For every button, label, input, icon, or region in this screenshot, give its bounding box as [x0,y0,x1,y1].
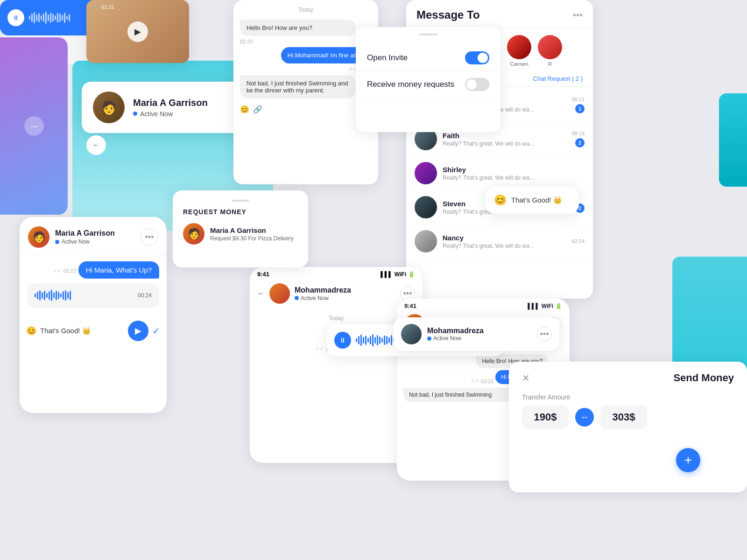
badge-marcia: 1 [575,104,585,113]
send-button[interactable]: ▶ [128,321,148,341]
moh-header-card: Mohammadreza Active Now ••• [394,317,559,351]
receive-money-row: Receive money requests [356,71,500,98]
audio-wave [35,289,133,302]
contact-avatar-5[interactable] [538,35,562,59]
emoji-btn[interactable]: 😊 [240,105,249,114]
battery-2: 🔋 [555,303,562,309]
msg-name-faith: Faith [443,132,566,140]
open-invite-toggle[interactable] [465,51,489,64]
contact-info: Maria A Garrison Active Now [133,98,226,118]
emoji-icon: 😊 [26,326,36,336]
receive-money-toggle[interactable] [465,78,489,91]
contact-with-name-r[interactable]: R [538,35,562,67]
msg-info-nancy: Nancy Really? That's great. We will do w… [443,234,566,249]
mobile-more-btn[interactable]: ••• [141,228,158,246]
transfer-arrow: ↔ [575,408,594,427]
emoji-face: 😊 [494,194,507,206]
blob-left: → [0,37,68,215]
moh-name: Mohammadreza [427,327,484,335]
check-icon: ✓ [152,325,160,336]
chat-row-sent: ✓✓ 02:22 Hi Maria, What's Up? [27,261,159,279]
video-message-card: ✓✓ 02:31 ▶ [86,0,189,63]
more-options[interactable]: ••• [573,10,583,21]
close-button[interactable]: ✕ [522,372,530,384]
date-label: Today [233,0,378,17]
back-arrow-3[interactable]: ← [257,289,265,298]
request-avatar: 🧑 [183,223,204,245]
sent-bubble: Hi Maria, What's Up? [78,261,159,279]
mobile-chat-info: Maria A Garrison Active Now [55,229,135,245]
mobile-chat-card: 🧑 Maria A Garrison Active Now ••• ✓✓ 02:… [20,217,167,413]
contact-name-carmen: Carmen [510,61,528,67]
msg-preview-faith: Really? That's great. We will do watch..… [443,140,536,147]
msg-avatar-shirley [415,162,437,184]
audio-message-row: 00:24 [27,283,159,308]
request-title: REQUEST MONEY [183,208,298,216]
msg-list-item-nancy[interactable]: Nancy Really? That's great. We will do w… [406,224,593,259]
pause-btn-2[interactable]: ⏸ [334,332,351,349]
mobile-chat-avatar: 🧑 [28,226,49,248]
moh-more-btn[interactable]: ••• [537,327,552,342]
received-bubble-2: Not bad, I just finished Swimming and ke… [240,75,356,98]
that-good-row: 😊 That's Good! 👑 ▶ ✓ [20,317,167,345]
moh-avatar [401,324,422,344]
that-good-text: That's Good! 👑 [40,327,124,335]
open-invite-row: Open Invite [356,45,500,71]
request-detail: Request $9.30 For Pizza Delivery [210,235,294,242]
message-to-header: Message To ••• [406,0,593,28]
amount-to[interactable]: 303$ [600,406,647,429]
msg-time-nancy: 02:54 [571,238,585,244]
msg-info-shirley: Shirley Really? That's great. We will do… [443,166,579,181]
msg-preview-nancy: Really? That's great. We will do watch..… [443,243,536,249]
drag-handle [419,34,437,35]
contact-status: Active Now [133,110,226,118]
mobile-chat-name: Maria A Garrison [55,229,135,238]
fab-add-button[interactable]: + [676,448,700,472]
msg-name-nancy: Nancy [443,234,566,242]
m3-avatar [269,283,290,304]
contact-avatar-4[interactable] [507,35,531,59]
m3-info: Mohammadreza Active Now [295,286,395,301]
status-dot [133,112,137,116]
contact-avatar: 🧑 [93,91,125,123]
video-time: ✓✓ 02:31 [91,4,114,10]
received-bubble-1: Hello Bro! How are you? [240,20,356,36]
contact-name: Maria A Garrison [133,98,226,108]
settings-card: Open Invite Receive money requests [356,27,500,132]
m2-time-2: 02:22 [481,378,494,384]
signal-icon: ▌▌▌ [381,271,393,278]
contact-name-r: R [548,61,552,67]
wifi-icon: WiFi [395,271,406,278]
msg-time-faith: 08:19 [571,131,585,136]
mobile-chat-header: 🧑 Maria A Garrison Active Now ••• [20,217,167,255]
msg-list-item-shirley[interactable]: Shirley Really? That's great. We will do… [406,156,593,190]
msg-name-shirley: Shirley [443,166,579,174]
m3-status: Active Now [295,295,395,301]
emoji-popup: 😊 That's Good! 👑 [486,187,579,214]
msg-time-2: ✓✓ 02:22 [233,66,372,72]
msg-avatar-steven [415,196,437,218]
contact-with-name-carmen[interactable]: Carmen [507,35,531,67]
status-bar-3: 9:41 ▌▌▌ WiFi 🔋 [250,267,423,280]
request-person-row: 🧑 Maria A Garrison Request $9.30 For Piz… [183,223,298,245]
msg-time-marcia: 08:21 [571,97,585,102]
amount-from[interactable]: 190$ [522,406,569,429]
send-money-header: ✕ Send Money [522,372,734,384]
m3-tick: ✓✓ [315,346,324,352]
status-bar-2: 9:41 ▌▌▌ WiFi 🔋 [397,299,570,311]
play-button[interactable]: ▶ [127,21,148,42]
mobile-chat-status: Active Now [55,238,135,245]
msg-time: 02:22 [63,268,77,273]
audio-duration: 00:24 [138,292,152,299]
signal-2: ▌▌▌ [528,303,540,309]
request-name: Maria A Garrison [210,226,294,234]
drag-handle [232,200,249,202]
arrow-icon[interactable]: → [24,116,44,136]
badge-faith: 2 [575,138,585,147]
pause-button[interactable]: ⏸ [7,9,24,26]
send-money-title: Send Money [673,372,734,384]
link-btn[interactable]: 🔗 [253,105,262,114]
msg-info-faith: Faith Really? That's great. We will do w… [443,132,566,147]
back-arrow[interactable]: ← [86,135,106,155]
m3-today-label: Today [256,312,416,324]
